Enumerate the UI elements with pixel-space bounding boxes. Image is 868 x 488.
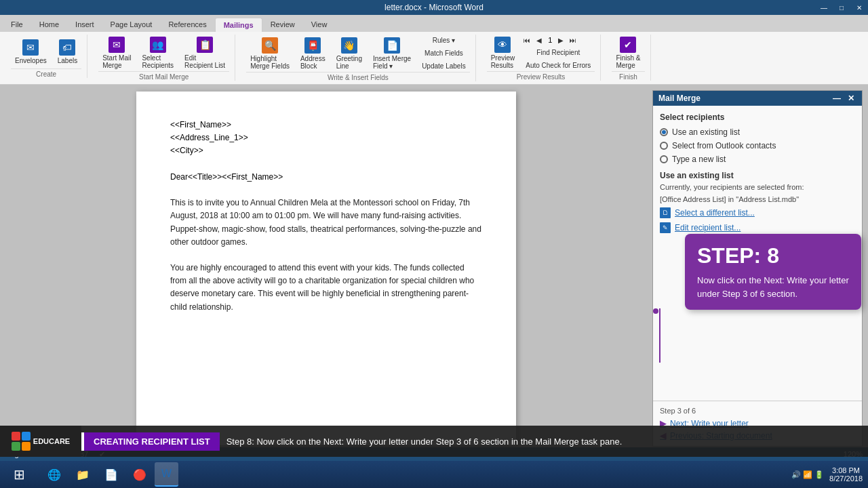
bottom-step-text: Step 8: Now click on the Next: Write you… <box>226 436 868 447</box>
taskbar-internet-explorer[interactable]: 🌐 <box>41 462 68 487</box>
annotation-line <box>659 308 660 363</box>
tab-insert[interactable]: Insert <box>67 18 102 32</box>
first-record-btn[interactable]: ⏮ <box>521 35 532 45</box>
taskbar: ⊞ 🌐 📁 📄 🔴 W 🔊 📶 🔋 3:08 PM 8/27/2018 <box>0 461 868 488</box>
select-recipients-icon: 👥 <box>150 37 166 53</box>
start-mail-merge-buttons: ✉ Start MailMerge 👥 SelectRecipients 📋 E… <box>98 35 229 71</box>
ribbon-group-finish: ✔ Finish &Merge Finish <box>606 35 650 81</box>
insert-merge-field-icon: 📄 <box>384 37 400 54</box>
taskbar-icons: 🔊 📶 🔋 <box>791 470 824 479</box>
match-fields-button[interactable]: Match Fields <box>418 47 470 59</box>
envelopes-button[interactable]: ✉ Envelopes <box>11 37 51 66</box>
ribbon-group-start-mail-merge: ✉ Start MailMerge 👥 SelectRecipients 📋 E… <box>93 35 235 81</box>
tab-mailings[interactable]: Mailings <box>215 18 262 32</box>
preview-buttons: 👁 PreviewResults ⏮ ◀ 1 ▶ ⏭ Find Recipien… <box>487 35 595 71</box>
edit-recipient-list-button[interactable]: 📋 EditRecipient List <box>180 35 229 71</box>
panel-close-btn[interactable]: ✕ <box>846 94 856 103</box>
start-mail-merge-label: Start Mail Merge <box>98 71 229 81</box>
address-block-button[interactable]: 📮 AddressBlock <box>296 35 330 72</box>
next-record-btn[interactable]: ▶ <box>555 35 566 45</box>
preview-results-button[interactable]: 👁 PreviewResults <box>487 35 519 71</box>
logo-cell-green <box>12 442 20 451</box>
panel-title: Mail Merge <box>658 94 701 103</box>
annotation-dot <box>653 308 658 314</box>
radio-label-existing: Use an existing list <box>672 127 740 137</box>
edit-recipient-list-link[interactable]: ✎ Edit recipient list... <box>660 222 855 233</box>
address-list-source: [Office Address List] in "Address List.m… <box>660 195 855 203</box>
close-btn[interactable]: ✕ <box>850 0 868 15</box>
ribbon-content: ✉ Envelopes 🏷 Labels Create ✉ Start Mail… <box>0 32 868 84</box>
highlight-merge-fields-button[interactable]: 🔍 HighlightMerge Fields <box>246 35 294 72</box>
last-record-btn[interactable]: ⏭ <box>568 35 578 45</box>
ribbon: File Home Insert Page Layout References … <box>0 15 868 85</box>
write-insert-buttons: 🔍 HighlightMerge Fields 📮 AddressBlock 👋… <box>246 35 470 72</box>
clock-date: 8/27/2018 <box>829 474 863 483</box>
tab-page-layout[interactable]: Page Layout <box>102 18 161 32</box>
start-mail-merge-button[interactable]: ✉ Start MailMerge <box>98 35 135 71</box>
field-address: <<Address_Line_1>> <box>170 131 482 144</box>
document-area: <<First_Name>> <<Address_Line_1>> <<City… <box>0 85 652 452</box>
labels-icon: 🏷 <box>59 39 75 56</box>
logo-cell-orange <box>22 442 31 451</box>
minimize-btn[interactable]: — <box>815 0 833 15</box>
ribbon-group-create: ✉ Envelopes 🏷 Labels Create <box>5 35 87 78</box>
auto-check-errors-button[interactable]: Auto Check for Errors <box>521 60 595 71</box>
logo-grid <box>12 432 31 451</box>
ribbon-tabs: File Home Insert Page Layout References … <box>0 15 868 32</box>
panel-title-bar: Mail Merge — ✕ <box>653 91 862 106</box>
logo-cell-red <box>12 432 20 441</box>
address-block-icon: 📮 <box>304 37 321 54</box>
field-city: <<City>> <box>170 144 482 157</box>
select-recipients-title: Select recipients <box>660 113 855 122</box>
find-recipient-button[interactable]: Find Recipient <box>521 47 595 58</box>
write-insert-label: Write & Insert Fields <box>246 72 470 81</box>
greeting-line-button[interactable]: 👋 GreetingLine <box>332 35 366 72</box>
select-different-list-label[interactable]: Select a different list... <box>675 208 755 218</box>
finish-merge-icon: ✔ <box>620 37 636 53</box>
tab-home[interactable]: Home <box>31 18 67 32</box>
greeting-line-icon: 👋 <box>341 37 357 54</box>
radio-label-outlook: Select from Outlook contacts <box>672 141 776 150</box>
radio-dot-new <box>660 155 668 163</box>
currently-selected-text: Currently, your recipients are selected … <box>660 183 855 191</box>
select-recipients-button[interactable]: 👥 SelectRecipients <box>138 35 178 71</box>
step-info: Step 3 of 6 <box>660 407 855 415</box>
radio-outlook[interactable]: Select from Outlook contacts <box>660 141 855 150</box>
preview-icon: 👁 <box>494 37 511 53</box>
envelopes-icon: ✉ <box>22 39 39 56</box>
tab-review[interactable]: Review <box>262 18 303 32</box>
taskbar-pdf[interactable]: 📄 <box>98 462 125 487</box>
tab-file[interactable]: File <box>3 18 31 32</box>
insert-merge-field-button[interactable]: 📄 Insert MergeField ▾ <box>369 35 415 72</box>
ribbon-group-preview: 👁 PreviewResults ⏮ ◀ 1 ▶ ⏭ Find Recipien… <box>481 35 601 81</box>
labels-button[interactable]: 🏷 Labels <box>54 37 81 66</box>
edit-recipient-list-label[interactable]: Edit recipient list... <box>675 223 741 232</box>
taskbar-app1[interactable]: 🔴 <box>126 462 153 487</box>
maximize-btn[interactable]: □ <box>833 0 850 15</box>
update-labels-button[interactable]: Update Labels <box>418 60 470 72</box>
taskbar-file-explorer[interactable]: 📁 <box>69 462 96 487</box>
paragraph2: You are highly encouraged to attend this… <box>170 262 482 314</box>
finish-merge-button[interactable]: ✔ Finish &Merge <box>612 35 644 71</box>
tab-references[interactable]: References <box>160 18 214 32</box>
highlight-icon: 🔍 <box>262 37 278 54</box>
taskbar-word[interactable]: W <box>155 462 178 487</box>
logo-text: EDUCARE <box>33 437 70 445</box>
title-bar: letter.docx - Microsoft Word — □ ✕ <box>0 0 868 15</box>
panel-minimize-btn[interactable]: — <box>831 94 843 103</box>
taskbar-clock: 3:08 PM 8/27/2018 <box>829 466 863 483</box>
nav-buttons: ⏮ ◀ 1 ▶ ⏭ Find Recipient Auto Check for … <box>521 35 595 71</box>
paragraph1: This is to invite you to Annual Children… <box>170 197 482 249</box>
callout-text: Now click on the Next: Write your letter… <box>697 274 849 300</box>
radio-use-existing[interactable]: Use an existing list <box>660 127 855 137</box>
document-page: <<First_Name>> <<Address_Line_1>> <<City… <box>136 92 516 445</box>
window-controls: — □ ✕ <box>815 0 868 15</box>
select-different-list-link[interactable]: 🗋 Select a different list... <box>660 207 855 218</box>
preview-results-label: Preview Results <box>487 71 595 81</box>
radio-new-list[interactable]: Type a new list <box>660 155 855 164</box>
start-button[interactable]: ⊞ <box>0 461 38 488</box>
main-area: <<First_Name>> <<Address_Line_1>> <<City… <box>0 85 868 452</box>
rules-button[interactable]: Rules ▾ <box>418 35 470 46</box>
tab-view[interactable]: View <box>303 18 336 32</box>
prev-record-btn[interactable]: ◀ <box>534 35 545 45</box>
